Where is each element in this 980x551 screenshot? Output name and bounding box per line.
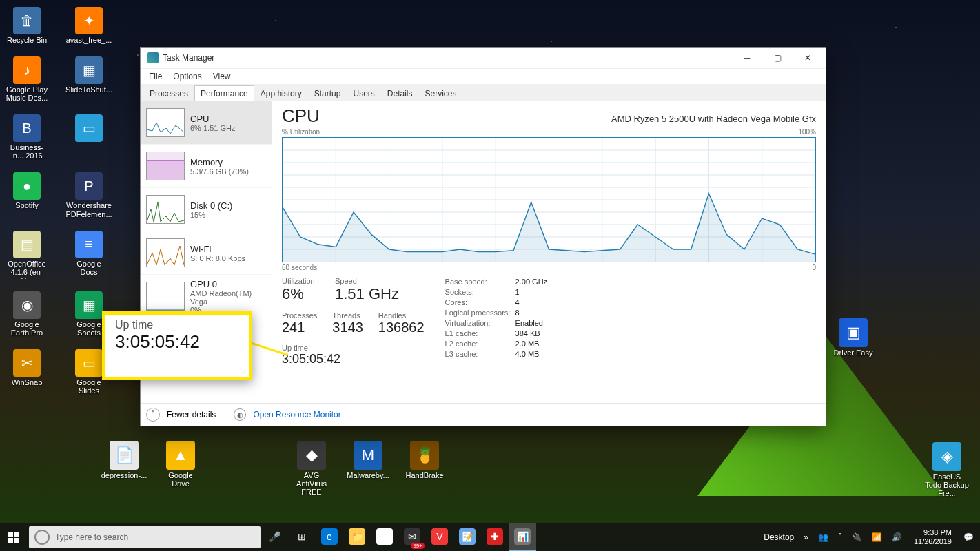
desktop-icon[interactable]: ▲Google Drive	[159, 441, 203, 488]
taskbar-glyph: ⊞	[294, 528, 310, 545]
stat-label: Utilization	[282, 277, 320, 285]
edge-icon[interactable]: e	[316, 523, 343, 550]
close-button[interactable]: ✕	[793, 48, 823, 67]
explorer-icon[interactable]: 📁	[343, 523, 371, 550]
minimize-button[interactable]: ─	[732, 48, 762, 67]
icon-label: Driver Easy	[834, 349, 873, 357]
puzzle-icon[interactable]: ✚	[481, 523, 509, 550]
desktop-icon[interactable]: ▭	[68, 114, 110, 160]
stat-value: 3143	[332, 320, 363, 335]
spec-value: 1	[515, 288, 520, 296]
maximize-button[interactable]: ▢	[762, 48, 793, 67]
svg-rect-25	[14, 538, 19, 543]
icon-glyph: ▦	[75, 291, 103, 319]
spec-label: Cores:	[445, 298, 515, 306]
desktop-icon[interactable]: ▣Driver Easy	[831, 318, 875, 357]
search-box[interactable]: Type here to search	[29, 526, 261, 548]
tab-users[interactable]: Users	[347, 85, 380, 101]
spec-value: 384 KB	[515, 329, 540, 337]
desktop-icon[interactable]: ●Spotify	[6, 172, 48, 218]
volume-icon[interactable]: 🔊	[888, 532, 906, 542]
titlebar[interactable]: Task Manager ─ ▢ ✕	[141, 48, 826, 69]
open-resource-monitor-link[interactable]: Open Resource Monitor	[253, 410, 340, 419]
cortana-icon	[34, 530, 50, 545]
icon-label: avast_free_...	[66, 36, 112, 44]
icon-label: Google Play Music Des...	[6, 85, 48, 102]
toolbar-chevron-icon[interactable]: »	[800, 532, 812, 542]
icon-label: HandBrake	[405, 471, 443, 479]
desktop-icon[interactable]: 📄depression-...	[102, 441, 146, 488]
store-icon[interactable]: 🛍	[371, 523, 398, 550]
mail-badge: 99+	[411, 543, 425, 549]
sidebar-cpu[interactable]: CPU6% 1.51 GHz	[141, 101, 272, 145]
desktop-toolbar-label[interactable]: Desktop	[760, 532, 797, 542]
action-center-icon[interactable]: 💬	[960, 532, 977, 542]
desktop-icon[interactable]: ✦avast_free_...	[68, 7, 110, 44]
icon-glyph: B	[13, 114, 41, 142]
tab-startup[interactable]: Startup	[308, 85, 347, 101]
spec-label: Logical processors:	[445, 309, 515, 317]
fewer-details-link[interactable]: Fewer details	[167, 410, 216, 419]
people-icon[interactable]: 👥	[815, 532, 832, 542]
desktop-icon[interactable]: 🗑Recycle Bin	[6, 7, 48, 44]
sidebar-mem[interactable]: Memory5.3/7.6 GB (70%)	[141, 145, 272, 188]
task-view-icon[interactable]: ⊞	[288, 523, 316, 550]
desktop-icon[interactable]: ▦SlideToShut...	[68, 56, 110, 102]
cpu-chart[interactable]	[282, 137, 816, 262]
chart-ymax: 100%	[798, 128, 816, 136]
mic-icon[interactable]: 🎤	[261, 523, 288, 550]
perf-title: CPU	[282, 105, 320, 127]
gpu-thumb	[146, 282, 185, 311]
icon-glyph: ≡	[75, 231, 103, 258]
taskbar-glyph: 📁	[349, 528, 365, 545]
fewer-details-icon[interactable]: ˄	[146, 408, 160, 422]
windows-icon	[8, 532, 19, 543]
desktop-icon[interactable]: ▤OpenOffice 4.1.6 (en-U...	[6, 231, 48, 279]
uptime-label: Up time	[282, 344, 425, 352]
sidebar-item-name: Memory	[190, 157, 266, 167]
notes-icon[interactable]: 📝	[453, 523, 481, 550]
tab-processes[interactable]: Processes	[143, 85, 194, 101]
mail-icon[interactable]: ✉99+	[398, 523, 426, 550]
icon-glyph: 🗑	[13, 7, 41, 34]
icon-glyph: P	[75, 172, 103, 200]
tab-services[interactable]: Services	[419, 85, 463, 101]
desktop-icon[interactable]: ◆AVG AntiVirus FREE	[289, 441, 334, 496]
tray-chevron-up-icon[interactable]: ˄	[835, 532, 846, 542]
tab-details[interactable]: Details	[381, 85, 419, 101]
desktop-icon[interactable]: ◉Google Earth Pro	[6, 291, 48, 337]
desktop-icon[interactable]: MMalwareby...	[346, 441, 390, 496]
desktop-icon[interactable]: PWondershare PDFelemen...	[68, 172, 110, 218]
spec-value: Enabled	[515, 319, 543, 327]
desktop-icon[interactable]: BBusiness-in... 2016	[6, 114, 48, 160]
icon-label: depression-...	[101, 471, 147, 479]
tab-performance[interactable]: Performance	[194, 85, 254, 101]
window-footer: ˄ Fewer details ◐ Open Resource Monitor	[141, 403, 826, 426]
desktop-icon[interactable]: ♪Google Play Music Des...	[6, 56, 48, 102]
tab-app-history[interactable]: App history	[254, 85, 308, 101]
wifi-thumb	[146, 238, 185, 267]
icon-label: Spotify	[15, 201, 39, 209]
sidebar-item-sub: S: 0 R: 8.0 Kbps	[190, 254, 266, 262]
clock[interactable]: 9:38 PM 11/26/2019	[908, 528, 957, 546]
icon-glyph: ◉	[13, 291, 41, 319]
desktop-icon[interactable]: ≡Google Docs	[68, 231, 110, 279]
taskbar-glyph: 🎤	[266, 528, 283, 545]
uptime-value: 3:05:05:42	[282, 352, 425, 366]
menu-options[interactable]: Options	[169, 70, 205, 83]
vivaldi-icon[interactable]: V	[426, 523, 453, 550]
sidebar-wifi[interactable]: Wi-FiS: 0 R: 8.0 Kbps	[141, 231, 272, 275]
menu-view[interactable]: View	[209, 70, 235, 83]
desktop-icon[interactable]: ✂WinSnap	[6, 349, 48, 395]
desktop-icon[interactable]: ◈EaseUS Todo Backup Fre...	[925, 442, 969, 497]
menu-file[interactable]: File	[145, 70, 166, 83]
taskmgr-icon[interactable]: 📊	[509, 523, 536, 551]
desktop-icons-row2: ◆AVG AntiVirus FREEMMalwareby...🍍HandBra…	[289, 441, 447, 496]
wifi-tray-icon[interactable]: 📶	[868, 532, 886, 542]
start-button[interactable]	[0, 523, 28, 551]
desktop-icon[interactable]: 🍍HandBrake	[402, 441, 447, 496]
clock-time: 9:38 PM	[914, 528, 952, 537]
sidebar-disk[interactable]: Disk 0 (C:)15%	[141, 188, 272, 231]
power-icon[interactable]: 🔌	[848, 532, 866, 542]
stat-label: Threads	[332, 311, 363, 320]
